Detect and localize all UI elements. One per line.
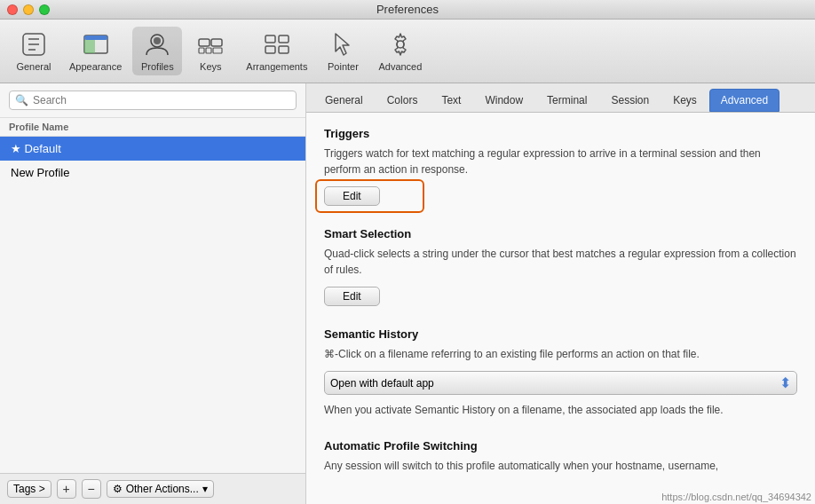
profile-item-default[interactable]: ★ Default [0,137,305,161]
tab-keys[interactable]: Keys [661,89,708,112]
tab-bar: General Colors Text Window Terminal Sess… [306,83,815,113]
svg-rect-6 [84,40,95,53]
svg-rect-5 [84,35,107,40]
tab-colors[interactable]: Colors [376,89,430,112]
semantic-history-note: When you activate Semantic History on a … [324,402,797,418]
svg-marker-18 [336,34,349,55]
smart-selection-description: Quad-click selects a string under the cu… [324,246,797,278]
auto-profile-title: Automatic Profile Switching [324,439,797,453]
triggers-title: Triggers [324,127,797,140]
toolbar-item-advanced[interactable]: Advanced [371,27,429,75]
tab-window[interactable]: Window [473,89,534,112]
tags-button[interactable]: Tags > [7,480,51,498]
smart-selection-section: Smart Selection Quad-click selects a str… [324,227,797,306]
appearance-icon [82,30,110,59]
arrangements-label: Arrangements [246,61,307,72]
svg-rect-12 [213,48,222,53]
toolbar-item-profiles[interactable]: Profiles [132,27,182,75]
general-label: General [16,61,51,72]
close-button[interactable] [7,4,18,15]
profile-list-header: Profile Name [0,118,305,137]
gear-icon [386,30,415,59]
semantic-history-description: ⌘-Click on a filename referring to an ex… [324,346,797,362]
toolbar-item-keys[interactable]: Keys [186,27,235,75]
profile-item-label: ★ Default [11,142,61,155]
dropdown-value: Open with default app [330,377,434,390]
main-area: 🔍 Profile Name ★ Default New Profile Tag… [0,83,815,504]
profile-item-label: New Profile [11,166,69,179]
advanced-label: Advanced [378,61,422,72]
minimize-button[interactable] [23,4,34,15]
pointer-label: Pointer [328,61,359,72]
profiles-label: Profiles [141,61,174,72]
smart-selection-title: Smart Selection [324,227,797,240]
profiles-icon [143,30,171,59]
svg-rect-10 [199,48,204,53]
auto-profile-description: Any session will switch to this profile … [324,458,797,474]
tab-advanced[interactable]: Advanced [709,89,779,112]
triggers-section: Triggers Triggers watch for text matchin… [324,127,797,206]
window-controls[interactable] [7,4,50,15]
profile-item-new[interactable]: New Profile [0,161,305,185]
toolbar-item-pointer[interactable]: Pointer [318,27,368,75]
content-panel: General Colors Text Window Terminal Sess… [306,83,815,504]
search-icon: 🔍 [15,94,28,106]
tab-text[interactable]: Text [430,89,472,112]
remove-icon: − [88,482,95,496]
content-body: Triggers Triggers watch for text matchin… [306,113,815,504]
remove-profile-button[interactable]: − [82,479,101,499]
triggers-edit-button[interactable]: Edit [324,186,380,206]
pointer-icon [328,30,357,59]
svg-rect-14 [265,35,275,43]
other-actions-button[interactable]: ⚙ Other Actions... ▾ [107,480,214,498]
tab-session[interactable]: Session [599,89,661,112]
triggers-description: Triggers watch for text matching a regul… [324,146,797,177]
arrangements-icon [263,30,291,59]
tab-general[interactable]: General [313,89,375,112]
add-profile-button[interactable]: + [57,479,76,499]
titlebar: Preferences [0,0,815,20]
other-actions-label: Other Actions... [126,483,199,495]
toolbar: General Appearance Profiles [0,20,815,83]
semantic-history-title: Semantic History [324,327,797,341]
appearance-label: Appearance [69,61,122,72]
keys-icon [196,30,225,59]
search-bar: 🔍 [0,83,305,118]
svg-rect-9 [199,39,210,46]
semantic-history-dropdown[interactable]: Open with default app ⬍ [324,371,797,395]
maximize-button[interactable] [39,4,50,15]
tab-terminal[interactable]: Terminal [535,89,598,112]
sidebar: 🔍 Profile Name ★ Default New Profile Tag… [0,83,306,504]
profile-list: Profile Name ★ Default New Profile [0,118,305,473]
auto-profile-section: Automatic Profile Switching Any session … [324,439,797,474]
svg-point-8 [154,37,161,44]
search-input-wrap[interactable]: 🔍 [9,91,297,110]
svg-rect-15 [279,35,289,43]
sidebar-bottom: Tags > + − ⚙ Other Actions... ▾ [0,473,305,504]
add-icon: + [63,482,70,496]
gear-small-icon: ⚙ [113,483,123,495]
semantic-history-section: Semantic History ⌘-Click on a filename r… [324,327,797,418]
general-icon [20,30,48,59]
dropdown-arrow-icon: ⬍ [779,374,791,391]
toolbar-item-appearance[interactable]: Appearance [62,27,129,75]
svg-rect-17 [279,46,289,53]
chevron-down-icon: ▾ [202,483,208,495]
keys-label: Keys [200,61,221,72]
search-input[interactable] [33,94,290,106]
triggers-edit-wrap: Edit [324,186,380,206]
toolbar-item-arrangements[interactable]: Arrangements [239,27,314,75]
svg-rect-11 [206,48,211,53]
svg-rect-13 [211,39,222,46]
smart-selection-edit-button[interactable]: Edit [324,287,380,306]
window-title: Preferences [376,3,439,16]
svg-rect-16 [265,46,275,53]
toolbar-item-general[interactable]: General [9,27,59,75]
tags-label: Tags > [13,483,45,495]
